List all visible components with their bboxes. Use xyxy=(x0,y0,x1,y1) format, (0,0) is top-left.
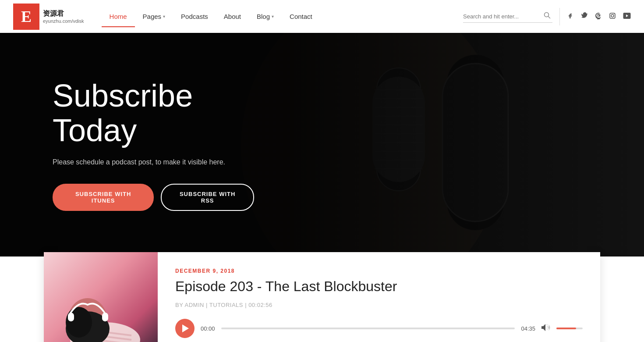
search-input[interactable] xyxy=(463,13,542,20)
time-current: 00:00 xyxy=(201,325,215,332)
hero-title: Subscribe Today xyxy=(53,78,254,148)
search-icon xyxy=(544,12,551,19)
blog-dropdown-icon: ▾ xyxy=(272,14,274,19)
header: E 资源君 eyunzhu.com/vdisk Home Pages ▾ Pod… xyxy=(0,0,644,33)
header-divider xyxy=(559,8,560,25)
hero-buttons: SUBSCRIBE WITH ITUNES SUBSCRIBE WITH RSS xyxy=(53,184,254,211)
podcast-thumbnail xyxy=(44,252,158,342)
svg-rect-32 xyxy=(102,313,108,321)
svg-point-4 xyxy=(614,14,615,14)
nav-item-contact[interactable]: Contact xyxy=(282,8,320,25)
volume-bar[interactable] xyxy=(556,328,583,329)
logo[interactable]: E 资源君 eyunzhu.com/vdisk xyxy=(13,4,84,30)
svg-rect-31 xyxy=(68,313,74,321)
podcast-title: Episode 203 - The Last Blockbuster xyxy=(175,278,583,295)
podcast-card: DECEMBER 9, 2018 Episode 203 - The Last … xyxy=(44,252,600,342)
hero-subtitle: Please schedule a podcast post, to make … xyxy=(53,158,254,166)
podcast-duration: 00:02:56 xyxy=(248,302,272,308)
podcast-date: DECEMBER 9, 2018 xyxy=(175,268,583,274)
instagram-icon[interactable] xyxy=(609,12,616,21)
podcast-by: BY xyxy=(175,302,183,308)
podcast-info: DECEMBER 9, 2018 Episode 203 - The Last … xyxy=(158,252,600,342)
nav-item-home[interactable]: Home xyxy=(102,8,135,25)
subscribe-itunes-button[interactable]: SUBSCRIBE WITH ITUNES xyxy=(53,184,154,211)
hero-section: Subscribe Today Please schedule a podcas… xyxy=(0,33,644,256)
logo-letter: E xyxy=(21,7,32,26)
logo-subtitle: eyunzhu.com/vdisk xyxy=(43,18,84,24)
svg-point-3 xyxy=(611,14,614,17)
subscribe-rss-button[interactable]: SUBSCRIBE WITH RSS xyxy=(161,184,254,211)
svg-line-1 xyxy=(548,17,550,18)
logo-title: 资源君 xyxy=(43,9,84,18)
volume-fill xyxy=(556,328,576,329)
nav-item-pages[interactable]: Pages ▾ xyxy=(135,8,173,25)
youtube-icon[interactable] xyxy=(623,13,631,21)
podcast-category: TUTORIALS xyxy=(209,302,243,308)
main-nav: Home Pages ▾ Podcasts About Blog ▾ Conta… xyxy=(102,8,463,25)
pages-dropdown-icon: ▾ xyxy=(163,14,165,19)
play-icon xyxy=(182,324,189,332)
logo-text: 资源君 eyunzhu.com/vdisk xyxy=(43,9,84,24)
nav-item-blog[interactable]: Blog ▾ xyxy=(249,8,282,25)
social-icons xyxy=(567,12,631,21)
logo-box: E xyxy=(13,4,39,30)
progress-bar[interactable] xyxy=(221,328,515,329)
facebook-icon[interactable] xyxy=(567,12,574,21)
podcast-author: ADMIN xyxy=(185,302,204,308)
nav-item-podcasts[interactable]: Podcasts xyxy=(173,8,216,25)
twitter-icon[interactable] xyxy=(581,12,588,21)
search-button[interactable] xyxy=(542,12,552,21)
audio-player: 00:00 04:35 xyxy=(175,319,583,338)
play-button[interactable] xyxy=(175,319,195,338)
podcast-meta: BY ADMIN | TUTORIALS | 00:02:56 xyxy=(175,302,583,308)
pinterest-icon[interactable] xyxy=(595,12,602,21)
podcast-image-svg xyxy=(44,252,158,342)
hero-content: Subscribe Today Please schedule a podcas… xyxy=(0,78,307,211)
time-total: 04:35 xyxy=(521,325,535,332)
search-area xyxy=(463,10,552,23)
volume-icon[interactable] xyxy=(541,324,550,333)
nav-item-about[interactable]: About xyxy=(216,8,249,25)
svg-point-30 xyxy=(66,307,92,338)
